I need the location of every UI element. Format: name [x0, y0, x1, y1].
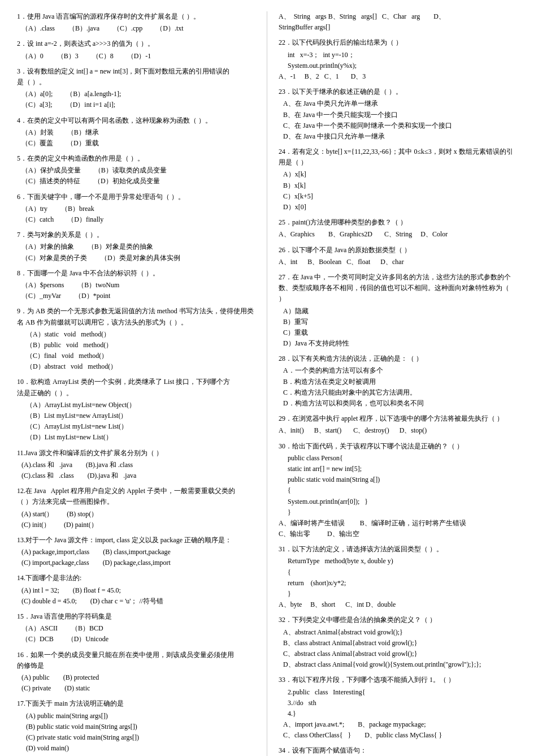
q3-d: （D）int i=1 a[i];	[66, 100, 115, 110]
q27-b: B）重写	[283, 317, 517, 327]
q7-options: （A）对象的抽象 （B）对象是类的抽象 （C）对象是类的子类 （D）类是对象的具…	[17, 241, 255, 263]
q7-b: （B）对象是类的抽象	[88, 241, 153, 252]
q24-a: A）x[k]	[283, 169, 517, 180]
q2-b: （B）3	[57, 51, 79, 62]
q32-text: 32．下列类定义中哪些是合法的抽象类的定义？（ ）	[279, 615, 517, 625]
q30-code-line5: System.out.println(arr[0]); }	[288, 496, 517, 507]
q8-b: （B）twoNum	[77, 280, 119, 291]
q4-c: （C）覆盖	[21, 138, 53, 149]
q16-d: (D) static	[64, 683, 90, 694]
q31-options: A、byte B、short C、int D、double	[279, 599, 517, 610]
q5-c: （C）描述类的特征	[21, 176, 80, 187]
q22-code-line1: int x=-3； int y=-10；	[288, 50, 517, 61]
q28-a: A．一个类的构造方法可以有多个	[283, 365, 517, 376]
q30-code-line4: {	[288, 485, 517, 496]
q1-options: （A）.class （B）.java （C）.cpp （D）.txt	[17, 23, 255, 34]
q24-text: 24．若有定义：byte[] x={11,22,33,-66}；其中 0≤k≤3…	[279, 146, 517, 168]
q8-d: （D）*point	[75, 291, 110, 301]
q3-c: （C）a[3];	[21, 100, 53, 110]
q24-c: C）x[k+5]	[283, 191, 517, 202]
q4-a: （A）封装	[21, 127, 54, 138]
q15-options: （A）ASCII （B）BCD （C）DCB （D）Unicode	[17, 623, 255, 645]
q28-c: C．构造方法只能由对象中的其它方法调用。	[283, 387, 517, 398]
question-6: 6．下面关键字中，哪一个不是用于异常处理语句（ ）。 （A）try （B）bre…	[17, 192, 255, 226]
q2-options: （A）0 （B）3 （C）8 （D）-1	[17, 51, 255, 62]
q17-d: (D) void main()	[26, 743, 255, 754]
q3-options: （A）a[0]; （B）a[a.length-1]; （C）a[3]; （D）i…	[17, 89, 255, 110]
q16-c: (C) private	[21, 683, 51, 694]
q17-text: 17.下面关于 main 方法说明正确的是	[17, 698, 255, 709]
q2-text: 2．设 int a=-2，则表达式 a>>>3 的值为（ ）。	[17, 38, 255, 49]
q13-text: 13.对于一个 Java 源文件：import, class 定义以及 pack…	[17, 535, 255, 546]
question-1: 1．使用 Java 语言编写的源程序保存时的文件扩展名是（ ）。 （A）.cla…	[17, 11, 255, 34]
q34-text: 34．设有下面两个赋值语句：	[279, 745, 517, 756]
q12-d: (D) paint(）	[64, 520, 98, 530]
q11-a: (A).class 和 .java	[21, 460, 72, 470]
q8-a: （A）$persons	[21, 280, 64, 291]
q5-b: （B）读取类的成员变量	[94, 165, 167, 176]
question-12: 12.在 Java Applet 程序用户自定义的 Applet 子类中，一般需…	[17, 486, 255, 530]
q9-d: （D）abstract void method(）	[26, 361, 255, 372]
q30-opt-cd: C、输出零 D、输出空	[279, 529, 517, 539]
q17-c: (C) private static void main(String args…	[26, 732, 255, 743]
question-13: 13.对于一个 Java 源文件：import, class 定义以及 pack…	[17, 535, 255, 569]
q6-c: （C）catch	[21, 214, 54, 225]
q14-options: (A) int l = 32; (B) float f = 45.0; (C) …	[17, 585, 255, 607]
question-28: 28．以下有关构造方法的说法，正确的是：（ ） A．一个类的构造方法可以有多个 …	[279, 353, 517, 409]
q4-text: 4．在类的定义中可以有两个同名函数，这种现象称为函数（ ）。	[17, 115, 255, 126]
q30-options: A、编译时将产生错误 B、编译时正确，运行时将产生错误 C、输出零 D、输出空	[279, 518, 517, 539]
q3-a: （A）a[0];	[21, 89, 53, 100]
question-15: 15．Java 语言使用的字符码集是 （A）ASCII （B）BCD （C）DC…	[17, 611, 255, 645]
q13-c: (C) import,package,class	[21, 558, 89, 568]
question-23: 23．以下关于继承的叙述正确的是（ ）。 A、在 Java 中类只允许单一继承 …	[279, 87, 517, 142]
q22-code-line2: System.out.println(y%x);	[288, 61, 517, 71]
question-4: 4．在类的定义中可以有两个同名函数，这种现象称为函数（ ）。 （A）封装 （B）…	[17, 115, 255, 149]
q13-d: (D) package,class,import	[103, 558, 171, 568]
q10-c: （C）ArrayList myList=new List(）	[26, 421, 255, 432]
q14-text: 14.下面哪个是非法的:	[17, 573, 255, 584]
q11-c: (C).class 和 .class	[21, 470, 74, 481]
q16-a: (A) public	[21, 672, 50, 683]
q15-a: （A）ASCII	[21, 623, 58, 634]
q33-b: B、package mypackage;	[358, 719, 426, 730]
q9-options: （A）static void method(） （B）public void m…	[17, 329, 255, 373]
question-24: 24．若有定义：byte[] x={11,22,33,-66}；其中 0≤k≤3…	[279, 146, 517, 213]
q15-d: （D）Unicode	[67, 634, 108, 645]
q23-b: B、在 Java 中一个类只能实现一个接口	[283, 110, 517, 120]
q17-a: (A) public main(String args[])	[26, 711, 255, 722]
q2-a: （A）0	[21, 51, 44, 62]
q27-text: 27．在 Java 中，一个类可同时定义许多同名的方法，这些方法的形式参数的个数…	[279, 272, 517, 305]
q11-text: 11.Java 源文件和编译后的文件扩展名分别为（ ）	[17, 448, 255, 459]
question-26: 26．以下哪个不是 Java 的原始数据类型（ ） A、int B、Boolea…	[279, 245, 517, 267]
q28-text: 28．以下有关构造方法的说法，正确的是：（ ）	[279, 353, 517, 364]
q1-c: （C）.cpp	[113, 23, 142, 34]
q31-code-line3: return (short)x/y*2;	[288, 578, 517, 589]
q16-text: 16．如果一个类的成员变量只能在所在类中使用，则该成员变量必须使用的修饰是	[17, 650, 255, 671]
q28-options: A．一个类的构造方法可以有多个 B．构造方法在类定义时被调用 C．构造方法只能由…	[279, 365, 517, 409]
question-31: 31．以下方法的定义，请选择该方法的返回类型（ ）。 ReturnType me…	[279, 544, 517, 610]
q9-b: （B）public void method(）	[26, 340, 255, 351]
q2-d: （D）-1	[127, 51, 151, 62]
q33-code-line1: 2.public class Interesting{	[288, 687, 517, 698]
q3-b: （B）a[a.length-1];	[66, 89, 121, 100]
q24-options: A）x[k] B）x[k] C）x[k+5] D）x[0]	[279, 169, 517, 213]
question-30: 30．给出下面代码，关于该程序以下哪个说法是正确的？（ ） public cla…	[279, 441, 517, 540]
q31-code-line4: }	[288, 589, 517, 599]
q23-d: D、在 Java 中接口只允许单一继承	[283, 131, 517, 142]
q33-text: 33．有以下程序片段，下列哪个选项不能插入到行 1。（ ）	[279, 675, 517, 685]
q10-a: （A）ArrayList myList=new Object(）	[26, 400, 255, 411]
q15-text: 15．Java 语言使用的字符码集是	[17, 611, 255, 622]
q9-c: （C）final void method(）	[26, 351, 255, 361]
q7-d: （D）类是对象的具体实例	[101, 253, 180, 263]
question-8: 8．下面哪一个是 Java 中不合法的标识符（ ）。 （A）$persons （…	[17, 268, 255, 302]
question-16: 16．如果一个类的成员变量只能在所在类中使用，则该成员变量必须使用的修饰是 (A…	[17, 650, 255, 694]
q4-b: （B）继承	[67, 127, 99, 138]
q11-b: (B).java 和 .class	[86, 460, 133, 470]
q33-code: 2.public class Interesting{ 3.//do sth 4…	[279, 687, 517, 720]
q1-b: （B）.java	[68, 23, 99, 34]
q4-options: （A）封装 （B）继承 （C）覆盖 （D）重载	[17, 127, 255, 149]
q32-c: C、abstract class Animal{abstract void gr…	[283, 649, 517, 659]
q22-text: 22．以下代码段执行后的输出结果为（ ）	[279, 37, 517, 48]
q33-c: C、class OtherClass{ }	[283, 730, 351, 741]
q30-code-line2: static int arr[] = new int[5];	[288, 464, 517, 474]
